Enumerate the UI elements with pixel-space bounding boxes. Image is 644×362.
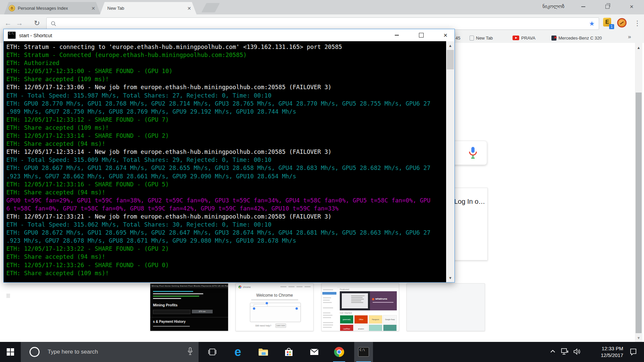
extension-badge: 1 — [609, 24, 614, 29]
search-icon — [51, 21, 57, 27]
thumb-text-line — [153, 326, 190, 327]
console-close-button[interactable]: × — [440, 31, 451, 40]
address-bar[interactable]: ★ — [46, 17, 599, 30]
thumb-sidebar — [322, 287, 337, 331]
window-restore-button[interactable] — [602, 2, 613, 11]
taskbar-search-box[interactable]: Type here to search — [21, 342, 199, 362]
thumbnail-web-store[interactable]: Featured whatruns Get Started grammarly … — [321, 283, 399, 331]
tab-new-tab[interactable]: New Tab ✕ — [100, 2, 197, 14]
whatruns-label: whatruns — [375, 297, 387, 300]
console-line: ETH: Share accepted (109 ms)! — [6, 75, 446, 83]
get-started-label: Get Started — [340, 312, 352, 314]
app-tile-keep: Google Keep — [383, 315, 397, 324]
cmd-taskbar-button[interactable] — [354, 342, 373, 362]
tray-chevron-icon[interactable] — [549, 348, 556, 355]
start-button[interactable] — [0, 342, 21, 362]
console-line: ETH - Total Speed: 315.062 Mh/s, Total S… — [6, 221, 446, 229]
scroll-up-icon[interactable]: ▲ — [446, 44, 454, 48]
thumb-text-line — [153, 293, 203, 294]
console-title-bar[interactable]: start - Shortcut — [4, 29, 454, 41]
window-close-button[interactable]: × — [626, 2, 637, 11]
illustration-tab — [254, 304, 268, 306]
clock-date: 12/5/2017 — [584, 352, 623, 359]
console-line: ETH: 12/05/17-12:33:00 - SHARE FOUND - (… — [6, 67, 446, 75]
console-line: 6 t=58C fan=0%, GPU7 t=58C fan=0%, GPU8 … — [6, 204, 446, 213]
console-line: ETH: 12/05/17-12:33:14 - SHARE FOUND - (… — [6, 132, 446, 140]
featured-label: Featured — [340, 288, 349, 291]
maximize-icon — [419, 33, 424, 38]
console-output[interactable]: ETH: Stratum - connecting to 'europe.eth… — [4, 41, 446, 282]
console-minimize-button[interactable] — [391, 31, 402, 40]
bitcoin-favicon-icon: B — [9, 5, 15, 11]
browser-illustration — [250, 303, 301, 322]
window-minimize-button[interactable] — [578, 2, 589, 11]
brand-label: chrome — [243, 286, 251, 288]
console-line: ETH: Stratum - Connected (europe.ethash-… — [6, 51, 446, 59]
tab-close-icon[interactable]: ✕ — [186, 6, 192, 11]
store-button[interactable] — [280, 342, 297, 362]
chrome-taskbar-button[interactable] — [331, 342, 347, 362]
thumbnail-chrome-welcome[interactable]: chrome Welcome to Chrome Still need help… — [235, 283, 314, 331]
tab-close-icon[interactable]: ✕ — [91, 6, 96, 11]
thumbnail-empty[interactable] — [407, 283, 485, 331]
bookmark-new-tab[interactable]: New Tab — [470, 35, 493, 41]
chrome-menu-button[interactable]: ⋮ — [633, 18, 641, 28]
extension-coin-icon[interactable] — [617, 18, 627, 27]
console-line: ETH: Share accepted (109 ms)! — [6, 124, 446, 132]
folder-icon — [258, 348, 268, 356]
action-center-icon[interactable] — [629, 348, 637, 356]
thumb-nav: Mining Pool Home Getting Started Pool Bl… — [150, 284, 228, 288]
bookmark-clipped[interactable]: 45 — [455, 35, 460, 41]
thumbnail-mining-pool[interactable]: Mining Pool Home Getting Started Pool Bl… — [150, 283, 228, 331]
banner-screenshot — [342, 293, 368, 308]
console-line: GPU0 t=59C fan=29%, GPU1 t=59C fan=38%, … — [6, 196, 446, 204]
page-scrollbar-thumb[interactable] — [636, 93, 642, 333]
thumb-input — [153, 310, 191, 314]
whatruns-subline — [373, 302, 393, 303]
bookmark-star-icon[interactable]: ★ — [589, 20, 595, 27]
reload-button[interactable]: ↻ — [32, 18, 42, 28]
clock[interactable]: 12:33 PM 12/5/2017 — [584, 345, 623, 359]
mail-icon — [310, 348, 319, 356]
page-scrollbar[interactable]: ▲ ▼ — [635, 43, 642, 342]
new-tab-button[interactable] — [202, 3, 220, 12]
console-maximize-button[interactable] — [416, 31, 427, 40]
console-line: ETH: Share accepted (94 ms)! — [6, 253, 446, 261]
extension-wallet-icon[interactable]: E 1 — [603, 18, 612, 28]
windows-logo-icon — [7, 348, 14, 356]
chrome-logo-icon — [238, 286, 241, 289]
bookmarks-overflow-chevron[interactable]: » — [628, 34, 631, 40]
file-explorer-button[interactable] — [255, 342, 272, 362]
cortana-icon — [30, 347, 40, 357]
tab-personal-messages-index[interactable]: B Personal Messages Index ✕ — [4, 2, 101, 14]
chrome-profile-name[interactable]: ნიკოლოზ — [532, 4, 575, 9]
mail-button[interactable] — [306, 342, 323, 362]
console-scrollbar-thumb[interactable] — [447, 50, 454, 69]
thumb-nav-links — [280, 286, 311, 287]
console-scrollbar[interactable]: ▲ ▼ — [446, 41, 454, 282]
login-text[interactable]: Log In o… — [454, 198, 485, 205]
console-line: ETH - Total Speed: 315.009 Mh/s, Total S… — [6, 156, 446, 164]
task-view-button[interactable] — [204, 342, 221, 362]
coin-mark-icon — [620, 21, 624, 24]
restore-icon — [605, 5, 609, 9]
back-button[interactable]: ← — [3, 18, 13, 28]
scroll-up-icon[interactable]: ▲ — [635, 46, 642, 50]
whatruns-card: whatruns — [370, 291, 397, 310]
network-icon[interactable] — [561, 348, 569, 355]
speaker-icon[interactable] — [573, 348, 581, 355]
forward-button[interactable]: → — [14, 18, 25, 28]
edge-icon: e — [234, 345, 241, 359]
bookmark-mercedes[interactable]: Mercedes-Benz C 320 — [551, 35, 624, 41]
chrome-icon — [334, 347, 344, 357]
car-site-icon — [551, 36, 556, 41]
scroll-down-icon[interactable]: ▼ — [446, 276, 454, 280]
edge-button[interactable]: e — [229, 342, 246, 362]
task-view-icon — [208, 348, 217, 356]
thumb-subtitle-line — [251, 299, 298, 300]
sidebar-selected-item — [322, 292, 336, 295]
bookmark-prava[interactable]: PRAVA — [513, 35, 535, 41]
scroll-down-icon[interactable]: ▼ — [635, 336, 642, 340]
microphone-icon[interactable] — [187, 347, 193, 356]
console-cursor — [6, 294, 10, 298]
